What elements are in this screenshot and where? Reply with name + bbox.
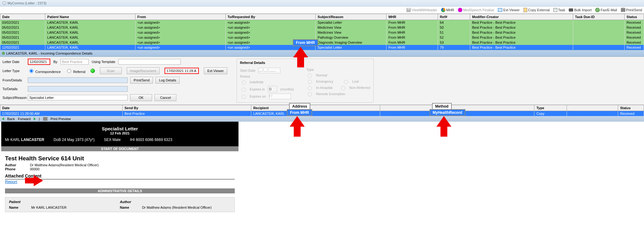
grid-header-row: Date Patient Name From To/Requested By S…: [0, 14, 644, 20]
letter-form: Letter Date By Using Template Letter Typ…: [0, 57, 644, 105]
timestamp-field: [165, 68, 199, 74]
col-subject[interactable]: Subject/Reason: [316, 14, 386, 20]
report-link[interactable]: Report: [5, 179, 17, 184]
doc-date: 12 Feb 2021: [5, 131, 235, 135]
people-icon: [569, 8, 573, 12]
normal-radio: [308, 74, 312, 78]
col-patient[interactable]: Patient Name: [45, 14, 135, 20]
table-row[interactable]: 12/02/2021LANCASTER, KARL<un assigned><u…: [0, 45, 644, 50]
back-icon[interactable]: [2, 117, 4, 120]
print-send-button[interactable]: Print/Send: [621, 8, 642, 12]
by-label: By: [53, 60, 57, 64]
expires-on-input: / /: [269, 94, 291, 99]
status-green-icon: [91, 69, 95, 73]
log-col-recipient[interactable]: Recipient: [251, 105, 380, 111]
print-preview-button[interactable]: Print Preview: [51, 117, 71, 121]
doc-title: Specialist Letter: [5, 126, 235, 131]
from-details-label: From/Details: [2, 78, 26, 82]
log-col-sendby[interactable]: Send By: [122, 105, 251, 111]
clipboard-icon: [524, 8, 527, 12]
col-ref[interactable]: Ref#: [438, 14, 470, 20]
template-input[interactable]: [118, 59, 181, 65]
col-date[interactable]: Date: [0, 14, 45, 20]
at-icon: @: [595, 8, 600, 12]
address-header-callout: Address: [289, 103, 310, 110]
service-name: Test Health Service 614 Unit: [5, 155, 235, 162]
arrow-icon: [297, 57, 304, 67]
mhr-icon: [441, 8, 445, 12]
col-mod[interactable]: Modifier-Creator: [470, 14, 573, 20]
log-col-method[interactable]: [567, 105, 618, 111]
col-status[interactable]: Status: [625, 14, 644, 20]
log-details-button[interactable]: Log Details: [155, 77, 179, 84]
ok-button[interactable]: OK: [130, 94, 152, 101]
gear-icon: [2, 1, 6, 5]
bulk-import-button[interactable]: Bulk Import: [569, 8, 592, 12]
col-from[interactable]: From: [135, 14, 226, 20]
print-icon: [43, 117, 47, 121]
letter-date-label: Letter Date: [2, 60, 26, 64]
task-icon: [553, 8, 557, 12]
window-title: MyComms (Letter : 2373): [7, 1, 47, 5]
ext-viewer-button[interactable]: Ext Viewer: [498, 8, 519, 12]
months-stepper: [268, 86, 277, 92]
arrow-icon: [440, 126, 447, 137]
admin-details-bar: ADMINISTRATIVE DETAILS: [5, 188, 235, 193]
to-details-label: To/Details: [2, 87, 26, 91]
correspondence-radio[interactable]: Correspondence: [28, 68, 61, 74]
log-col-date[interactable]: Date: [0, 105, 123, 111]
task-button[interactable]: Task: [553, 8, 565, 12]
table-row[interactable]: 05/02/2021LANCASTER, KARL<un assigned><u…: [0, 30, 644, 35]
scan-button[interactable]: Scan: [100, 67, 122, 74]
log-col-status[interactable]: Status: [618, 105, 644, 111]
using-template-label: Using Template: [92, 60, 116, 64]
image-document-button[interactable]: Image/Document: [127, 67, 160, 74]
back-button[interactable]: Back: [7, 117, 15, 121]
emergency-radio: [308, 80, 312, 84]
letters-grid[interactable]: Date Patient Name From To/Requested By S…: [0, 14, 644, 50]
view-with-header-button[interactable]: ViewWithHeader: [406, 8, 437, 12]
by-input[interactable]: [61, 59, 89, 65]
letter-date-input[interactable]: [28, 59, 50, 65]
forward-icon[interactable]: [34, 117, 36, 120]
medspeech-button[interactable]: MedSpeech Finalise: [458, 8, 494, 12]
non-referred-radio: [341, 86, 345, 90]
fax-email-button[interactable]: @Fax/E-Mail: [595, 8, 617, 12]
document-preview: Specialist Letter 12 Feb 2021 Mr KARL LA…: [1, 122, 238, 215]
table-row[interactable]: 03/02/2021LANCASTER, KARL<un assigned><u…: [0, 20, 644, 25]
details-subheader: LANCASTER, KARL - Incoming Correspondenc…: [0, 50, 644, 57]
window-titlebar: MyComms (Letter : 2373): [0, 0, 644, 7]
envelope-icon: [406, 8, 411, 12]
start-of-document: START OF DOCUMENT: [1, 146, 238, 151]
lost-radio: [344, 80, 348, 84]
subject-reason-label: Subject/Reason: [2, 96, 26, 100]
col-to[interactable]: To/Requested By: [225, 14, 316, 20]
log-grid[interactable]: Date Send By Recipient Type Status 17/02…: [0, 105, 644, 116]
log-row[interactable]: 17/02/2021 11:28:00 AM Best Practice LAN…: [0, 111, 644, 116]
remote-radio: [308, 92, 312, 96]
cancel-button[interactable]: Cancel: [155, 94, 176, 101]
patient-name: Mr KARL LANCASTER: [5, 138, 44, 142]
from-details-input[interactable]: [28, 77, 128, 83]
to-details-input[interactable]: [28, 86, 128, 92]
referral-radio[interactable]: Referral: [66, 68, 85, 74]
arrow-icon: [293, 47, 308, 57]
col-mhr[interactable]: MHR: [386, 14, 438, 20]
subject-input[interactable]: [28, 95, 128, 100]
from-mhr-callout-2: From MHR: [287, 109, 312, 116]
print-icon: [621, 8, 625, 12]
log-col-type[interactable]: Type: [534, 105, 567, 111]
expires-in-radio: [242, 88, 246, 92]
from-mhr-callout: From MHR: [293, 39, 318, 46]
table-row[interactable]: 05/02/2021LANCASTER, KARL<un assigned><u…: [0, 35, 644, 40]
col-task[interactable]: Task Due-ID: [573, 14, 625, 20]
mhr-button[interactable]: MHR: [441, 8, 454, 12]
arrow-icon: [436, 116, 451, 127]
table-row[interactable]: 05/02/2021LANCASTER, KARL<un assigned><u…: [0, 40, 644, 45]
forward-button[interactable]: Forward: [18, 117, 30, 121]
copy-external-button[interactable]: Copy External: [524, 8, 550, 12]
ext-viewer-button-2[interactable]: Ext Viewer: [204, 67, 227, 74]
print-send-button-2[interactable]: Print/Send: [130, 77, 153, 84]
table-row[interactable]: 05/02/2021LANCASTER, KARL<un assigned><u…: [0, 25, 644, 30]
speech-icon: [458, 8, 462, 12]
